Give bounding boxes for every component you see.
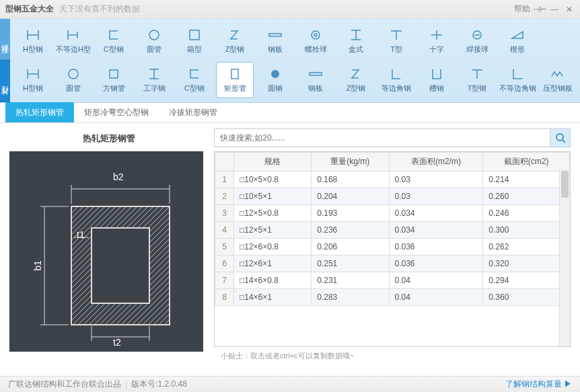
app-title: 型钢五金大全 (5, 3, 54, 15)
tool-H型钢[interactable]: H型钢 (14, 62, 52, 98)
pin-icon[interactable]: ⊣⊢ (534, 4, 545, 15)
svg-rect-12 (92, 228, 149, 303)
table-row[interactable]: 2□10×5×10.2040.030.260 (215, 188, 570, 205)
svg-rect-1 (190, 30, 199, 40)
footer: 广联达钢结构和工作台联合出品 | 版本号:1.2.0.48 了解钢结构算量 ▶ (0, 376, 580, 392)
svg-line-24 (563, 140, 565, 143)
tool-圆钢[interactable]: 圆钢 (256, 62, 294, 98)
tool-圆管[interactable]: 圆管 (55, 62, 92, 98)
help-link[interactable]: 帮助 (514, 3, 530, 15)
tool-H型钢[interactable]: H型钢 (14, 23, 52, 59)
O-icon (65, 67, 82, 81)
dim-t1: t1 (77, 229, 85, 240)
bolt-icon (307, 28, 324, 42)
tool-Z型钢[interactable]: Z型钢 (216, 23, 254, 59)
tool-螺栓球[interactable]: 螺栓球 (297, 23, 334, 59)
tool-盒式[interactable]: 盒式 (337, 23, 375, 59)
sub-tab-2[interactable]: 冷拔矩形钢管 (159, 102, 227, 122)
table-row[interactable]: 3□12×5×0.80.1930.0340.246 (215, 205, 570, 222)
svg-point-23 (556, 134, 563, 141)
dim-b2: b2 (113, 171, 124, 182)
svg-point-3 (312, 31, 320, 39)
vertical-scrollbar[interactable] (559, 169, 570, 346)
tool-十字[interactable]: 十字 (418, 23, 456, 59)
toolbar-row-2: H型钢圆管方钢管工字钢C型钢矩形管圆钢钢板Z型钢等边角钢槽钢T型钢不等边角钢压型… (14, 61, 577, 100)
plate-icon (266, 28, 284, 42)
svg-point-0 (149, 30, 159, 40)
svg-rect-7 (110, 70, 118, 78)
tool-C型钢[interactable]: C型钢 (95, 23, 133, 59)
table-row[interactable]: 4□12×5×10.2360.0340.300 (215, 222, 570, 239)
table-row[interactable]: 1□10×5×0.80.1680.030.214 (215, 171, 570, 188)
panel-title: 热轧矩形钢管 (9, 128, 209, 151)
search-icon (555, 132, 566, 143)
tool-等边角钢[interactable]: 等边角钢 (377, 62, 415, 98)
tool-不等边H型[interactable]: 不等边H型 (55, 23, 92, 59)
section-diagram: b2 b1 t1 t2 (9, 151, 203, 352)
tool-Z型钢[interactable]: Z型钢 (337, 62, 375, 98)
Z-icon (226, 28, 244, 42)
L-icon (388, 67, 405, 81)
O-icon (145, 28, 163, 42)
tool-不等边角钢[interactable]: 不等边角钢 (499, 62, 536, 98)
disc-icon (266, 67, 284, 81)
L2-icon (509, 67, 526, 81)
tool-T型钢[interactable]: T型钢 (458, 62, 496, 98)
close-icon[interactable]: ✕ (564, 4, 575, 15)
sub-tab-1[interactable]: 矩形冷弯空心型钢 (74, 102, 159, 122)
tool-矩形管[interactable]: 矩形管 (216, 62, 254, 98)
Z-icon (347, 67, 365, 81)
footer-version: 版本号:1.2.0.48 (131, 379, 187, 390)
search-input[interactable] (214, 128, 550, 147)
T-icon (468, 67, 486, 81)
tool-槽钢[interactable]: 槽钢 (418, 62, 456, 98)
plate-icon (307, 67, 324, 81)
toolbar: 焊接 型材 H型钢不等边H型C型钢圆管箱型Z型钢钢板螺栓球盒式T型十字焊接球楔形… (0, 19, 580, 103)
tool-圆管[interactable]: 圆管 (135, 23, 173, 59)
svg-point-4 (314, 34, 317, 36)
data-table: 规格 重量(kg/m) 表面积(m2/m) 截面积(cm2) 1□10×5×0.… (214, 151, 571, 347)
T-icon (388, 28, 405, 42)
wedge-icon (509, 28, 526, 42)
svg-point-6 (69, 69, 78, 79)
tip-text: 小贴士：双击或者ctrl+c可以复制数据哦~ (214, 347, 571, 365)
app-subtitle: 天下没有查不到的数据 (59, 3, 140, 15)
tool-工字钢[interactable]: 工字钢 (135, 62, 173, 98)
tool-焊接球[interactable]: 焊接球 (458, 23, 496, 59)
minimize-icon[interactable]: — (549, 4, 560, 15)
right-panel: 规格 重量(kg/m) 表面积(m2/m) 截面积(cm2) 1□10×5×0.… (209, 123, 580, 365)
search-button[interactable] (550, 128, 571, 147)
toolbar-row-1: H型钢不等边H型C型钢圆管箱型Z型钢钢板螺栓球盒式T型十字焊接球楔形 (14, 22, 577, 61)
tool-楔形[interactable]: 楔形 (499, 23, 536, 59)
table-row[interactable]: 7□14×6×0.80.2310.040.294 (215, 272, 570, 289)
col-section: 截面积(cm2) (483, 153, 570, 171)
table-row[interactable]: 8□14×6×10.2830.040.360 (215, 289, 570, 306)
svg-rect-2 (269, 34, 281, 36)
tool-方钢管[interactable]: 方钢管 (95, 62, 133, 98)
H-icon (24, 67, 42, 81)
svg-rect-10 (310, 73, 322, 75)
table-row[interactable]: 5□12×6×0.80.2060.0360.262 (215, 239, 570, 256)
sq-icon (105, 67, 122, 81)
side-tab-weld[interactable]: 焊接 (0, 19, 10, 61)
tool-压型钢板[interactable]: 压型钢板 (539, 62, 577, 98)
sub-tab-0[interactable]: 热轧矩形钢管 (5, 102, 74, 122)
tool-T型[interactable]: T型 (377, 23, 415, 59)
weld-icon (468, 28, 486, 42)
svg-point-9 (271, 70, 279, 78)
I-icon (145, 67, 163, 81)
content: 热轧矩形钢管 (0, 123, 580, 365)
tool-钢板[interactable]: 钢板 (256, 23, 294, 59)
side-tab-profile[interactable]: 型材 (0, 61, 10, 102)
footer-credit: 广联达钢结构和工作台联合出品 (8, 379, 121, 390)
col-spec: 规格 (234, 153, 312, 171)
tool-箱型[interactable]: 箱型 (176, 23, 213, 59)
table-row[interactable]: 6□12×6×10.2510.0360.320 (215, 256, 570, 272)
C-icon (186, 67, 203, 81)
H-icon (24, 28, 42, 42)
tool-C型钢[interactable]: C型钢 (176, 62, 213, 98)
rect-icon (226, 67, 244, 81)
footer-link[interactable]: 了解钢结构算量 ▶ (505, 379, 572, 390)
col-weight: 重量(kg/m) (312, 153, 389, 171)
tool-钢板[interactable]: 钢板 (297, 62, 334, 98)
